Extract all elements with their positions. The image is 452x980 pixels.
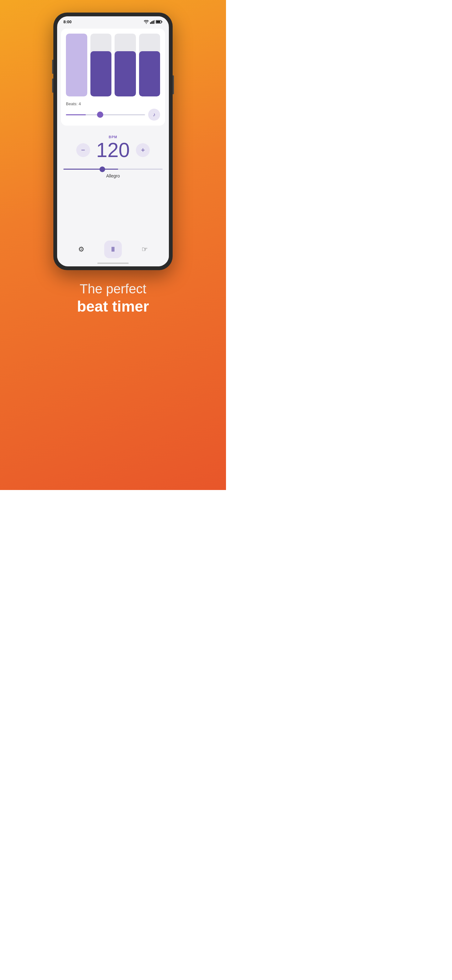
settings-button[interactable]: ⚙ (75, 242, 88, 256)
beat-bar-1[interactable] (66, 33, 87, 96)
bpm-decrease-button[interactable]: − (76, 143, 90, 157)
bpm-controls: − 120 + (76, 140, 150, 160)
home-indicator (97, 262, 129, 264)
beat-bar-2[interactable] (90, 33, 112, 96)
svg-rect-6 (162, 21, 162, 22)
beat-bar-4[interactable] (139, 33, 160, 96)
bpm-label: BPM (109, 135, 117, 139)
settings-icon: ⚙ (78, 245, 84, 253)
bottom-controls: ⚙ ⏸ ☞ (57, 237, 169, 262)
bpm-section: BPM − 120 + Allegro (57, 129, 169, 237)
phone-frame: 8:00 (53, 13, 173, 270)
svg-rect-2 (152, 21, 154, 24)
tagline-line2: beat timer (77, 298, 149, 315)
tagline-line1: The perfect (77, 282, 149, 296)
power-button (173, 75, 174, 94)
signal-icon (150, 20, 154, 24)
svg-rect-5 (156, 21, 160, 23)
pause-icon: ⏸ (109, 245, 116, 253)
beats-label: Beats: 4 (66, 102, 160, 106)
tempo-label: Allegro (106, 173, 120, 178)
bpm-slider-container (63, 165, 163, 171)
svg-rect-3 (154, 20, 154, 24)
minus-icon: − (81, 146, 85, 154)
beats-section: Beats: 4 ♪ (61, 29, 165, 126)
tagline: The perfect beat timer (77, 282, 149, 315)
volume-down-button (52, 78, 53, 93)
music-note-button[interactable]: ♪ (148, 109, 160, 121)
status-bar: 8:00 (57, 16, 169, 25)
svg-rect-0 (150, 22, 151, 24)
wifi-icon (144, 20, 149, 24)
play-pause-button[interactable]: ⏸ (104, 240, 122, 258)
touch-button[interactable]: ☞ (138, 242, 152, 256)
bpm-value: 120 (96, 140, 130, 160)
touch-icon: ☞ (141, 245, 148, 253)
bpm-slider[interactable] (63, 169, 163, 170)
battery-icon (156, 20, 163, 24)
volume-up-button (52, 60, 53, 74)
phone-screen: 8:00 (57, 16, 169, 266)
status-time: 8:00 (63, 19, 71, 24)
bpm-increase-button[interactable]: + (136, 143, 150, 157)
status-icons (144, 20, 163, 24)
beat-bar-3[interactable] (114, 33, 136, 96)
plus-icon: + (141, 146, 145, 154)
music-note-icon: ♪ (153, 112, 155, 118)
svg-rect-1 (151, 21, 152, 24)
beats-slider-row: ♪ (66, 109, 160, 121)
beat-bars (66, 33, 160, 96)
beats-slider[interactable] (66, 115, 145, 115)
background: 8:00 (0, 0, 226, 490)
